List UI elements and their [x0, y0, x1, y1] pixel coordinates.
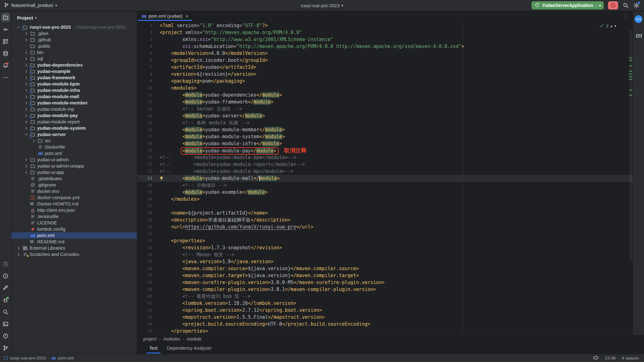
bottom-tab-dependency-analyzer[interactable]: Dependency Analyzer: [162, 343, 216, 353]
chevron-right-icon[interactable]: [23, 164, 29, 169]
line-number[interactable]: 28: [138, 210, 157, 217]
chevron-up-icon[interactable]: ▴: [611, 24, 612, 28]
editor-area[interactable]: 1<?xml version="1.0" encoding="UTF-8"?>2…: [138, 21, 633, 335]
tree-item-pom-xml[interactable]: mpom.xml: [11, 150, 137, 157]
chevron-right-icon[interactable]: [23, 157, 29, 162]
line-number[interactable]: 3: [138, 36, 157, 43]
tree-item-sql[interactable]: sql: [11, 56, 137, 62]
notifications-icon[interactable]: [1, 61, 10, 70]
line-number[interactable]: 21: [138, 161, 157, 168]
line-number[interactable]: 2: [138, 29, 157, 36]
code-line-9[interactable]: 9 <packaging>pom</packaging>: [138, 78, 633, 85]
line-number[interactable]: 24: [138, 182, 157, 189]
tree-item-http-client-env-json[interactable]: {}http-client.env.json: [11, 207, 137, 213]
line-number[interactable]: 14: [138, 112, 157, 119]
code-line-37[interactable]: 37 <maven.compiler.target>${java.version…: [138, 272, 633, 279]
line-number[interactable]: 37: [138, 272, 157, 279]
tree-item-docker-compose-yml[interactable]: Ydocker-compose.yml: [11, 194, 137, 201]
chevron-right-icon[interactable]: [23, 107, 29, 112]
tree-item-yudao-module-bpm[interactable]: yudao-module-bpm: [11, 81, 137, 87]
code-line-13[interactable]: 13 <!-- Server 主项目 -->: [138, 105, 633, 112]
line-number[interactable]: 5: [138, 50, 157, 57]
tree-item-yudao-ui-admin[interactable]: yudao-ui-admin: [11, 157, 137, 163]
line-number[interactable]: 35: [138, 258, 157, 265]
chevron-right-icon[interactable]: [23, 113, 29, 118]
bottom-tab-text[interactable]: Text: [144, 343, 162, 353]
maven-tool-window-icon[interactable]: m: [635, 31, 642, 39]
chevron-right-icon[interactable]: [23, 94, 29, 99]
chevron-right-icon[interactable]: [23, 126, 29, 131]
line-number[interactable]: 12: [138, 98, 157, 105]
code-line-24[interactable]: 24 <!-- 示例项目 -->: [138, 182, 633, 189]
code-line-5[interactable]: 5 <modelVersion>4.0.0</modelVersion>: [138, 50, 633, 57]
tree-item-license[interactable]: LICENSE: [11, 220, 137, 226]
code-line-12[interactable]: 12 <module>yudao-framework</module>: [138, 98, 633, 105]
code-line-19[interactable]: 19 <module>yudao-module-pay</module>取消注释: [138, 147, 633, 154]
tree-item-yudao-module-mp[interactable]: yudao-module-mp: [11, 106, 137, 112]
chevron-right-icon[interactable]: [23, 75, 29, 80]
code-line-30[interactable]: 30 <url>https://github.com/YunaiV/ruoyi-…: [138, 223, 633, 230]
tree-item-yudao-module-pay[interactable]: yudao-module-pay: [11, 112, 137, 119]
vcs-change-mark[interactable]: [629, 74, 632, 74]
code-line-10[interactable]: 10 <modules>: [138, 85, 633, 92]
vcs-change-mark[interactable]: [629, 95, 632, 96]
line-number[interactable]: 7: [138, 64, 157, 71]
line-number[interactable]: 25: [138, 189, 157, 196]
line-number[interactable]: 34: [138, 251, 157, 258]
line-number[interactable]: 18: [138, 140, 157, 147]
tree-item-yudao-module-member[interactable]: yudao-module-member: [11, 100, 137, 106]
code-line-2[interactable]: 2<project xmlns="http://maven.apache.org…: [138, 29, 633, 36]
tree-item--gitattributes[interactable]: .gitattributes: [11, 175, 137, 182]
chevron-right-icon[interactable]: [23, 120, 29, 124]
code-line-41[interactable]: 41 <lombok.version>1.18.26</lombok.versi…: [138, 300, 633, 307]
code-line-15[interactable]: 15 <!-- 各种 module 拓展 -->: [138, 119, 633, 126]
line-number[interactable]: 13: [138, 105, 157, 112]
intention-bulb-icon[interactable]: [159, 176, 164, 182]
chevron-right-icon[interactable]: [23, 69, 29, 74]
code-line-42[interactable]: 42 <spring.boot.version>2.7.12</spring.b…: [138, 307, 633, 314]
tree-item-readme-md[interactable]: M↓README.md: [11, 239, 137, 245]
stop-button[interactable]: [608, 1, 618, 9]
vcs-change-mark[interactable]: [629, 71, 632, 72]
tree-item-ruoyi-vue-pro-2023[interactable]: ruoyi-vue-pro-2023~/Java/ruoyi-vue-pro-2…: [11, 24, 137, 30]
line-number[interactable]: 11: [138, 92, 157, 98]
line-number[interactable]: 16: [138, 126, 157, 133]
tree-item-src[interactable]: src: [11, 138, 137, 144]
tree-item-pom-xml[interactable]: mpom.xml: [11, 232, 137, 239]
code-line-17[interactable]: 17 <module>yudao-module-system</module>: [138, 133, 633, 140]
code-line-22[interactable]: 22<!-- <module>yudao-module-mp</module>-…: [138, 168, 633, 175]
tree-item-jenkinsfile[interactable]: Jenkinsfile: [11, 213, 137, 220]
terminal-icon[interactable]: [1, 319, 10, 328]
code-line-6[interactable]: 6 <groupId>cn.iocoder.boot</groupId>: [138, 57, 633, 64]
code-line-4[interactable]: 4 xsi:schemaLocation="http://maven.apach…: [138, 43, 633, 50]
line-number[interactable]: 22: [138, 168, 157, 175]
line-number[interactable]: 44: [138, 321, 157, 328]
project-icon[interactable]: [1, 13, 10, 22]
chevron-right-icon[interactable]: [23, 63, 29, 68]
line-number[interactable]: 27: [138, 203, 157, 210]
database-icon[interactable]: [1, 49, 10, 58]
profiler-icon[interactable]: [1, 259, 10, 268]
line-number[interactable]: 36: [138, 265, 157, 272]
tree-item-yudao-dependencies[interactable]: yudao-dependencies: [11, 62, 137, 68]
code-line-25[interactable]: 25 <module>yudao-example</module>: [138, 189, 633, 196]
ai-assistant-icon[interactable]: </>: [635, 15, 642, 23]
tab-options-icon[interactable]: ⋮: [623, 11, 633, 21]
breadcrumb-item-module[interactable]: module: [187, 336, 202, 341]
tree-item-yudao-ui-admin-uniapp[interactable]: yudao-ui-admin-uniapp: [11, 163, 137, 169]
line-number[interactable]: 20: [138, 154, 157, 161]
chevron-down-icon[interactable]: [16, 25, 22, 30]
line-number[interactable]: 30: [138, 223, 157, 230]
tree-item-bin[interactable]: bin: [11, 49, 137, 56]
chevron-down-icon[interactable]: [23, 132, 29, 137]
line-number[interactable]: 39: [138, 286, 157, 293]
tree-item-scratches-and-consoles[interactable]: Scratches and Consoles: [11, 251, 137, 258]
tree-item-yudao-ui-app[interactable]: yudao-ui-app: [11, 169, 137, 175]
line-number[interactable]: 9: [138, 78, 157, 85]
tree-item-external-libraries[interactable]: External Libraries: [11, 245, 137, 251]
run-configuration-button[interactable]: YudaoServerApplication ▾: [531, 1, 604, 9]
chevron-right-icon[interactable]: [16, 252, 22, 257]
line-number[interactable]: 23: [138, 175, 157, 182]
chevron-right-icon[interactable]: [31, 139, 37, 143]
vcs-change-mark[interactable]: [629, 65, 632, 66]
